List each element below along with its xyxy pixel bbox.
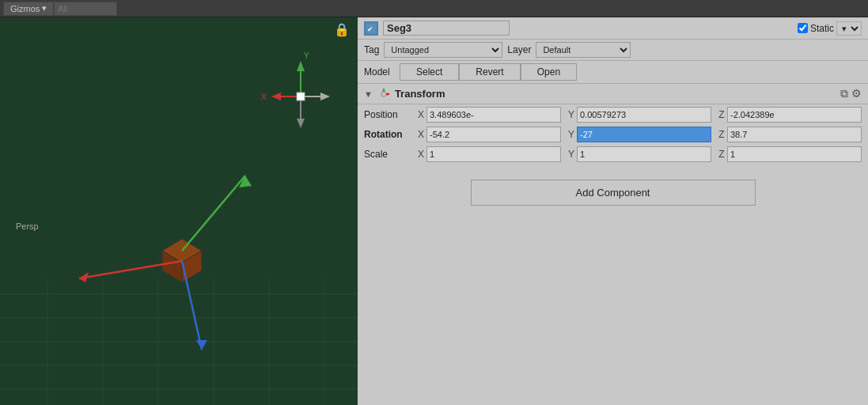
scale-y-label: Y (566, 149, 577, 160)
rot-z-label: Z (716, 129, 727, 140)
rotation-axis-group: X Y Z (415, 127, 862, 142)
tag-label: Tag (364, 44, 379, 55)
tag-select[interactable]: Untagged (384, 42, 502, 58)
pos-y-label: Y (566, 109, 577, 120)
transform-section: ▼ Transform ⧉ ⚙ Position (358, 84, 868, 167)
rotation-row: Rotation X Y Z (364, 126, 862, 143)
transform-fields: Position X Y Z Rotation (358, 104, 868, 167)
top-toolbar: Gizmos ▾ (0, 0, 868, 17)
static-dropdown[interactable]: ▾ (836, 21, 862, 36)
transform-title: Transform (395, 88, 836, 100)
position-row: Position X Y Z (364, 106, 862, 123)
position-axis-group: X Y Z (415, 107, 862, 123)
rotation-x-input[interactable] (426, 127, 561, 142)
scale-label: Scale (364, 149, 415, 160)
model-revert-button[interactable]: Revert (459, 63, 520, 81)
svg-text:✔: ✔ (367, 25, 373, 33)
collapse-arrow[interactable]: ▼ (364, 89, 373, 99)
inspector-panel: ✔ Static ▾ Tag Untagged Layer Default (358, 17, 868, 405)
layer-select[interactable]: Default (536, 42, 631, 58)
scale-x-label: X (415, 149, 426, 160)
scale-z-input[interactable] (727, 146, 862, 162)
layer-label: Layer (507, 44, 531, 55)
rot-x-label: X (415, 129, 426, 140)
svg-rect-31 (297, 93, 305, 100)
position-x-input[interactable] (426, 107, 561, 123)
rot-y-label: Y (566, 129, 577, 140)
gizmos-button[interactable]: Gizmos ▾ (3, 2, 54, 16)
main-area: Y X 🔒 Persp ✔ (0, 17, 868, 405)
static-checkbox[interactable] (798, 23, 808, 33)
model-row: Model Select Revert Open (358, 61, 868, 84)
scene-svg: Y X (0, 17, 358, 405)
svg-rect-0 (0, 17, 358, 405)
inspector-header: ✔ Static ▾ (358, 17, 868, 40)
static-area: Static ▾ (798, 21, 862, 36)
rotation-label: Rotation (364, 129, 415, 140)
model-select-button[interactable]: Select (400, 63, 459, 81)
scale-z-label: Z (716, 149, 727, 160)
svg-point-34 (381, 92, 386, 97)
object-name-input[interactable] (383, 21, 510, 36)
copy-icon[interactable]: ⧉ (840, 87, 848, 100)
position-z-input[interactable] (727, 107, 862, 123)
position-y-input[interactable] (577, 107, 711, 123)
svg-text:X: X (261, 93, 267, 101)
search-input[interactable] (54, 2, 117, 16)
pos-z-label: Z (716, 109, 727, 120)
svg-marker-36 (382, 88, 385, 91)
gizmos-label: Gizmos (10, 4, 40, 13)
component-actions: ⧉ ⚙ (840, 87, 862, 100)
add-component-area: Add Component (358, 167, 868, 218)
svg-text:Y: Y (304, 51, 309, 60)
settings-icon[interactable]: ⚙ (851, 87, 862, 100)
model-label: Model (364, 66, 400, 78)
persp-label: Persp (16, 221, 39, 231)
scale-row: Scale X Y Z (364, 146, 862, 163)
transform-header: ▼ Transform ⧉ ⚙ (358, 84, 868, 104)
add-component-button[interactable]: Add Component (471, 180, 756, 206)
position-label: Position (364, 109, 415, 120)
lock-icon[interactable]: 🔒 (334, 22, 350, 37)
static-label: Static (810, 23, 834, 34)
scale-y-input[interactable] (577, 146, 711, 162)
transform-icon (377, 88, 390, 100)
object-icon: ✔ (364, 21, 378, 36)
viewport[interactable]: Y X 🔒 Persp (0, 17, 358, 405)
pos-x-label: X (415, 109, 426, 120)
scale-axis-group: X Y Z (415, 146, 862, 162)
model-open-button[interactable]: Open (521, 63, 577, 81)
svg-marker-38 (387, 93, 390, 96)
scale-x-input[interactable] (426, 146, 561, 162)
rotation-y-input[interactable] (577, 127, 711, 142)
gizmos-dropdown-arrow: ▾ (42, 3, 47, 13)
tag-layer-row: Tag Untagged Layer Default (358, 40, 868, 61)
rotation-z-input[interactable] (727, 127, 862, 142)
